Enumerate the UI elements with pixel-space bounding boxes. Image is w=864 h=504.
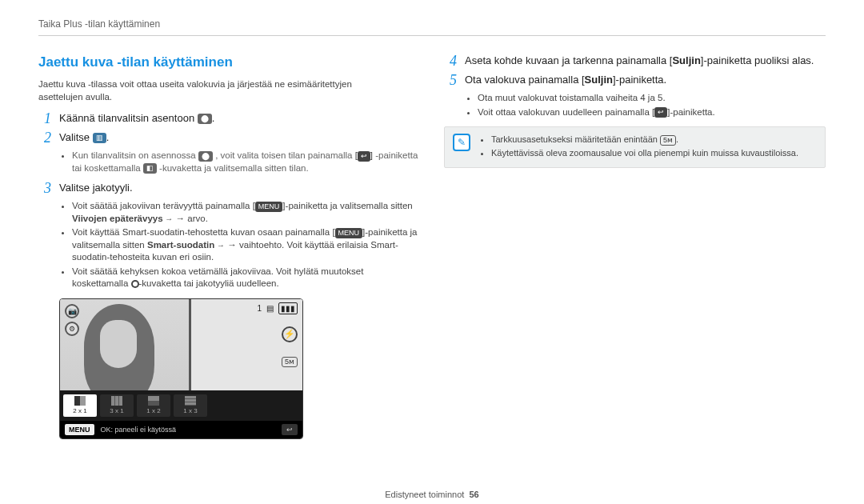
menu-chip-icon: MENU [335, 228, 363, 238]
list-item: Tarkkuusasetukseksi määritetään enintään… [491, 134, 798, 146]
camera-preview: 📷 ⚙ 1 ▤ ▮▮▮ ⚡ 5ᴍ [59, 298, 303, 439]
list-item: Voit ottaa valokuvan uudelleen painamall… [478, 106, 826, 119]
list-item: Voit säätää jakoviivan terävyyttä painam… [72, 200, 420, 225]
preview-right-frame: 1 ▤ ▮▮▮ ⚡ 5ᴍ [191, 299, 302, 390]
step-number: 3 [38, 181, 51, 195]
mode-dial-icon: ⬤ [198, 151, 213, 162]
left-column: Jaettu kuva -tilan käyttäminen Jaettu ku… [38, 54, 420, 439]
return-icon: ↩ [654, 107, 667, 118]
step-5: 5 Ota valokuva painamalla [Suljin]-paini… [444, 73, 826, 87]
step-number: 5 [444, 73, 457, 87]
return-icon: ↩ [358, 151, 370, 162]
layout-option-1x2[interactable]: 1 x 2 [137, 394, 170, 417]
flash-mode-icon: ⚡ [282, 326, 298, 342]
step-number: 1 [38, 111, 51, 126]
preview-status-bar: MENU OK: paneeli ei käytössä ↩ [60, 421, 302, 438]
divider [38, 35, 826, 36]
breadcrumb: Taika Plus -tilan käyttäminen [38, 18, 826, 30]
resolution-badge: 5ᴍ [660, 135, 676, 146]
split-mode-icon: ▥ [93, 133, 106, 143]
list-item: Ota muut valokuvat toistamalla vaiheita … [478, 92, 826, 105]
menu-chip-icon: MENU [255, 202, 283, 212]
list-item: Voit säätää kehyksen kokoa vetämällä jak… [72, 266, 420, 290]
step-1: 1 Käännä tilanvalitsin asentoon ⬤. [38, 111, 420, 126]
section-intro: Jaettu kuva -tilassa voit ottaa useita v… [38, 78, 390, 103]
page-footer: Edistyneet toiminnot 56 [0, 489, 864, 501]
step-number: 2 [38, 130, 51, 145]
step-2-bullets: Kun tilanvalitsin on asennossa ⬤ , voit … [38, 150, 420, 174]
battery-icon: ▮▮▮ [278, 302, 298, 315]
list-item: Kun tilanvalitsin on asennossa ⬤ , voit … [72, 150, 420, 174]
step-3-bullets: Voit säätää jakoviivan terävyyttä painam… [38, 200, 420, 290]
list-item: Voit käyttää Smart-suodatin-tehostetta k… [72, 226, 420, 264]
section-title: Jaettu kuva -tilan käyttäminen [38, 54, 420, 72]
note-icon: ✎ [453, 134, 470, 151]
mode-dial-icon: ⬤ [198, 114, 212, 124]
layout-option-1x3[interactable]: 1 x 3 [174, 394, 207, 417]
menu-button[interactable]: MENU [65, 424, 94, 435]
mode-tile-icon: ◧ [143, 163, 157, 174]
step-number: 4 [444, 54, 457, 68]
burst-icon: ▤ [266, 303, 274, 314]
right-column: 4 Aseta kohde kuvaan ja tarkenna painama… [444, 54, 826, 439]
preview-viewport: 📷 ⚙ 1 ▤ ▮▮▮ ⚡ 5ᴍ [60, 299, 302, 390]
layout-option-3x1[interactable]: 3 x 1 [100, 394, 134, 417]
layout-option-2x1[interactable]: 2 x 1 [63, 394, 97, 417]
step-3-text: Valitse jakotyyli. [59, 181, 420, 195]
return-button[interactable]: ↩ [282, 424, 298, 435]
shot-count: 1 [257, 303, 262, 314]
content-columns: Jaettu kuva -tilan käyttäminen Jaettu ku… [38, 54, 826, 439]
step-4: 4 Aseta kohde kuvaan ja tarkenna painama… [444, 54, 826, 68]
resolution-badge: 5ᴍ [282, 357, 298, 367]
layout-option-bar: 2 x 1 3 x 1 1 x 2 1 x 3 [60, 390, 302, 421]
note-box: ✎ Tarkkuusasetukseksi määritetään enintä… [444, 126, 826, 168]
status-text: OK: paneeli ei käytössä [101, 425, 177, 434]
step-2: 2 Valitse ▥. [38, 130, 420, 145]
preview-left-frame: 📷 ⚙ [60, 299, 191, 390]
step-3: 3 Valitse jakotyyli. [38, 181, 420, 195]
step-1-text: Käännä tilanvalitsin asentoon [59, 112, 194, 124]
step-2-text: Valitse [59, 131, 90, 143]
step-5-bullets: Ota muut valokuvat toistamalla vaiheita … [444, 92, 826, 118]
gear-icon [131, 280, 139, 288]
list-item: Käytettävissä oleva zoomausalue voi olla… [491, 147, 798, 159]
